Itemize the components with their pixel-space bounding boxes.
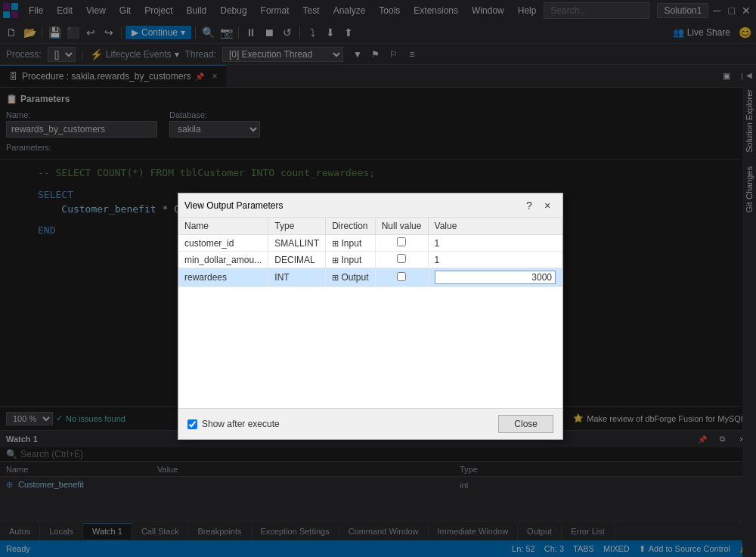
row0-dir-text: Input [342, 238, 362, 249]
col-header-null: Null value [375, 218, 428, 235]
row2-dir-text: Output [342, 272, 369, 283]
row0-direction: ⊞ Input [326, 235, 376, 252]
row1-type: DECIMAL [268, 252, 326, 268]
modal-empty-area [178, 287, 562, 408]
modal-table-header: Name Type Direction Null value Value [178, 218, 562, 235]
row2-value-input[interactable] [435, 271, 556, 284]
modal-title: View Output Parameters [184, 200, 520, 211]
row0-null-checkbox[interactable] [397, 237, 406, 246]
col-header-type: Type [268, 218, 326, 235]
modal-close-btn-top[interactable]: × [538, 196, 556, 215]
col-header-value: Value [428, 218, 562, 235]
modal-row-0[interactable]: customer_id SMALLINT ⊞ Input 1 [178, 235, 562, 252]
modal-overlay: View Output Parameters ? × Name Type Dir… [0, 0, 756, 557]
row2-direction: ⊞ Output [326, 268, 376, 287]
modal-row-1[interactable]: min_dollar_amou... DECIMAL ⊞ Input 1 [178, 252, 562, 268]
modal-dialog: View Output Parameters ? × Name Type Dir… [178, 193, 563, 440]
show-after-execute-label[interactable]: Show after execute [187, 419, 280, 429]
row1-null [375, 252, 428, 268]
col-header-name: Name [178, 218, 268, 235]
show-after-execute-checkbox[interactable] [187, 419, 197, 429]
row2-value[interactable] [428, 268, 562, 287]
row2-null-checkbox[interactable] [397, 272, 406, 281]
row2-dir-icon: ⊞ [332, 273, 339, 282]
row1-null-checkbox[interactable] [397, 254, 406, 263]
app-container: File Edit View Git Project Build Debug F… [0, 0, 756, 557]
row2-type: INT [268, 268, 326, 287]
modal-close-btn[interactable]: Close [498, 415, 553, 433]
row0-dir-icon: ⊞ [332, 239, 339, 248]
row1-dir-text: Input [342, 255, 362, 265]
show-after-execute-text: Show after execute [202, 419, 280, 429]
modal-footer: Show after execute Close [178, 408, 562, 439]
row1-direction: ⊞ Input [326, 252, 376, 268]
row2-null [375, 268, 428, 287]
row2-name: rewardees [178, 268, 268, 287]
modal-row-2[interactable]: rewardees INT ⊞ Output [178, 268, 562, 287]
row0-value: 1 [428, 235, 562, 252]
col-header-direction: Direction [326, 218, 376, 235]
modal-title-bar: View Output Parameters ? × [178, 193, 562, 218]
row0-type: SMALLINT [268, 235, 326, 252]
row1-name: min_dollar_amou... [178, 252, 268, 268]
row1-value: 1 [428, 252, 562, 268]
modal-help-btn[interactable]: ? [520, 196, 538, 215]
row1-dir-icon: ⊞ [332, 255, 339, 265]
row0-name: customer_id [178, 235, 268, 252]
row0-null [375, 235, 428, 252]
modal-body: Name Type Direction Null value Value cus… [178, 218, 562, 408]
modal-params-table: Name Type Direction Null value Value cus… [178, 218, 562, 287]
